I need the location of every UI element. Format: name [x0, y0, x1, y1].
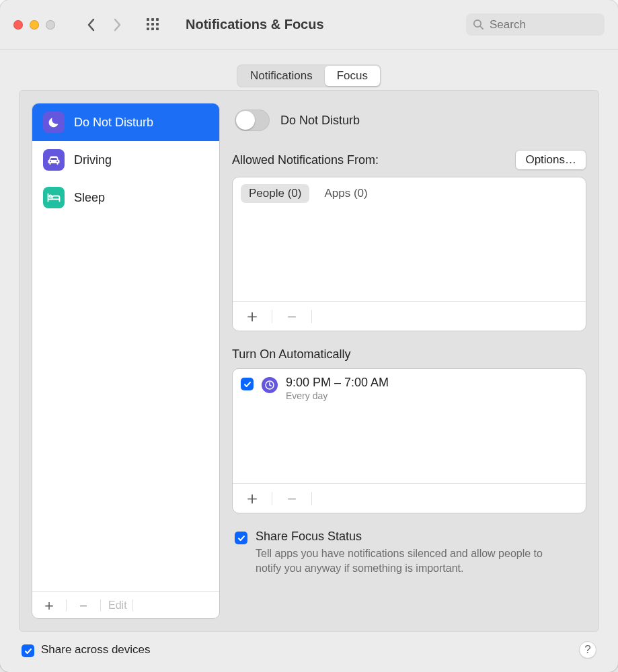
moon-icon	[43, 112, 65, 133]
focus-sidebar: Do Not Disturb Driving Sleep	[32, 103, 220, 619]
segmented-control: Notifications Focus	[237, 65, 381, 87]
options-button[interactable]: Options…	[515, 150, 586, 170]
allowed-from-title: Allowed Notifications From:	[232, 153, 379, 167]
divider	[100, 599, 101, 612]
divider	[66, 599, 67, 612]
auto-title: Turn On Automatically	[232, 347, 586, 362]
svg-line-1	[480, 26, 483, 29]
check-icon	[24, 647, 32, 655]
divider	[132, 599, 133, 612]
schedule-card: 9:00 PM – 7:00 AM Every day ＋ －	[232, 368, 586, 513]
share-focus-status-row: Share Focus Status Tell apps you have no…	[232, 530, 586, 575]
clock-icon	[262, 377, 278, 393]
share-focus-status-text: Share Focus Status Tell apps you have no…	[256, 530, 545, 575]
focus-panel: Do Not Disturb Driving Sleep	[19, 90, 599, 632]
schedule-list: 9:00 PM – 7:00 AM Every day	[233, 369, 586, 483]
focus-toggle-row: Do Not Disturb	[232, 103, 586, 138]
share-across-devices-checkbox[interactable]	[22, 644, 34, 657]
share-focus-status-title: Share Focus Status	[256, 530, 545, 544]
share-across-devices-row: Share across devices	[22, 642, 151, 657]
system-prefs-window: Notifications & Focus Notifications Focu…	[0, 0, 618, 672]
panel-footer: Share across devices ?	[19, 632, 599, 659]
zoom-window-button[interactable]	[46, 20, 55, 30]
share-focus-status-desc: Tell apps you have notifications silence…	[256, 546, 545, 575]
nav-buttons	[87, 18, 121, 32]
schedule-repeat: Every day	[286, 390, 389, 401]
allowed-tab-people[interactable]: People (0)	[241, 184, 309, 203]
dnd-toggle[interactable]	[235, 110, 270, 131]
focus-detail: Do Not Disturb Allowed Notifications Fro…	[232, 103, 586, 619]
allowed-tab-apps[interactable]: Apps (0)	[316, 184, 375, 203]
forward-button[interactable]	[113, 18, 121, 32]
search-field[interactable]	[466, 13, 605, 36]
toolbar: Notifications & Focus	[0, 0, 618, 50]
schedule-footer: ＋ －	[233, 483, 586, 513]
show-all-prefs-button[interactable]	[147, 18, 160, 32]
allowed-card: People (0) Apps (0) ＋ －	[232, 177, 586, 331]
allowed-from-header: Allowed Notifications From: Options…	[232, 150, 586, 170]
help-button[interactable]: ?	[579, 641, 596, 659]
check-icon	[243, 380, 252, 388]
share-focus-status-checkbox[interactable]	[235, 532, 247, 544]
divider	[272, 492, 272, 505]
window-title: Notifications & Focus	[186, 17, 324, 32]
sidebar-item-label: Driving	[74, 153, 112, 167]
sidebar-item-dnd[interactable]: Do Not Disturb	[32, 103, 219, 141]
schedule-text: 9:00 PM – 7:00 AM Every day	[286, 376, 389, 401]
search-input[interactable]	[488, 17, 598, 32]
remove-allowed-button[interactable]: －	[279, 304, 305, 328]
schedule-enabled-checkbox[interactable]	[241, 378, 254, 390]
sidebar-item-label: Do Not Disturb	[74, 116, 153, 130]
sidebar-item-label: Sleep	[74, 191, 105, 205]
bed-icon	[43, 187, 65, 208]
remove-focus-button[interactable]: －	[72, 595, 95, 616]
dnd-toggle-label: Do Not Disturb	[280, 114, 360, 128]
divider	[311, 492, 312, 505]
add-schedule-button[interactable]: ＋	[239, 487, 265, 510]
schedule-time: 9:00 PM – 7:00 AM	[286, 376, 389, 390]
sidebar-item-sleep[interactable]: Sleep	[32, 179, 219, 216]
allowed-footer: ＋ －	[233, 301, 586, 331]
car-icon	[43, 149, 65, 171]
content-body: Notifications Focus Do Not Disturb	[0, 50, 618, 672]
close-window-button[interactable]	[13, 20, 23, 30]
tab-focus[interactable]: Focus	[325, 66, 380, 86]
window-controls	[13, 20, 55, 30]
search-icon	[473, 19, 484, 30]
back-button[interactable]	[87, 18, 95, 32]
add-focus-button[interactable]: ＋	[38, 595, 61, 616]
edit-focus-button[interactable]: Edit	[108, 599, 127, 612]
chevron-right-icon	[113, 18, 121, 32]
share-across-devices-label: Share across devices	[41, 643, 151, 657]
schedule-item[interactable]: 9:00 PM – 7:00 AM Every day	[241, 376, 578, 401]
add-allowed-button[interactable]: ＋	[239, 304, 265, 328]
sidebar-footer: ＋ － Edit	[32, 591, 219, 618]
check-icon	[237, 534, 245, 542]
chevron-left-icon	[87, 18, 95, 32]
allowed-tabs: People (0) Apps (0)	[233, 177, 586, 210]
remove-schedule-button[interactable]: －	[279, 487, 305, 510]
sidebar-item-driving[interactable]: Driving	[32, 141, 219, 179]
focus-list: Do Not Disturb Driving Sleep	[32, 103, 219, 591]
minimize-window-button[interactable]	[30, 20, 39, 30]
divider	[311, 310, 312, 323]
allowed-list	[233, 210, 586, 301]
main-tabs: Notifications Focus	[19, 50, 599, 87]
tab-notifications[interactable]: Notifications	[238, 66, 325, 86]
divider	[272, 310, 272, 323]
